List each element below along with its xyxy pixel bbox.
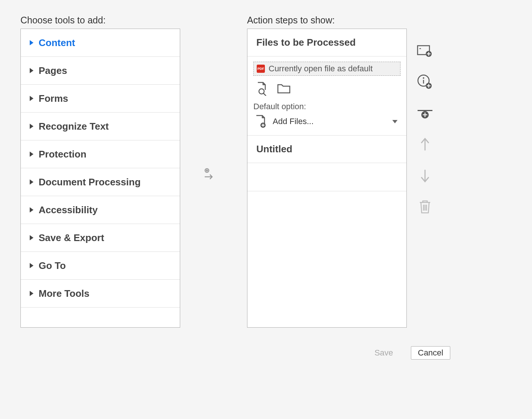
category-label: Go To <box>39 260 66 272</box>
chevron-right-icon <box>30 40 33 45</box>
chevron-right-icon <box>30 263 33 268</box>
chevron-right-icon <box>30 291 33 296</box>
current-file-label: Currently open file as default <box>269 64 373 74</box>
chevron-down-icon <box>392 120 398 123</box>
category-label: Forms <box>39 93 68 104</box>
category-pages[interactable]: Pages <box>21 57 180 85</box>
svg-point-13 <box>423 77 424 79</box>
category-label: Protection <box>39 149 87 160</box>
category-forms[interactable]: Forms <box>21 85 180 113</box>
category-label: Recognize Text <box>39 121 109 132</box>
delete-button[interactable] <box>417 199 433 215</box>
chevron-right-icon <box>30 235 33 240</box>
category-label: Save & Export <box>39 232 104 244</box>
files-processed-header: Files to be Processed <box>247 29 406 56</box>
add-file-icon <box>253 114 268 129</box>
add-to-steps-arrow-icon[interactable] <box>202 167 216 182</box>
svg-point-3 <box>259 89 264 94</box>
chevron-right-icon <box>30 207 33 212</box>
move-up-button[interactable] <box>417 136 433 153</box>
category-label: Accessibility <box>39 204 98 216</box>
steps-panel: Files to be Processed PDF Currently open… <box>247 29 407 328</box>
current-file-chip[interactable]: PDF Currently open file as default <box>253 62 400 76</box>
category-label: Pages <box>39 65 67 77</box>
choose-tools-heading: Choose tools to add: <box>20 15 180 26</box>
preview-file-icon[interactable] <box>254 81 270 97</box>
category-accessibility[interactable]: Accessibility <box>21 196 180 224</box>
folder-icon[interactable] <box>276 81 292 97</box>
add-divider-button[interactable] <box>417 105 433 121</box>
cancel-button[interactable]: Cancel <box>411 346 450 360</box>
chevron-right-icon <box>30 68 33 73</box>
save-button[interactable]: Save <box>364 346 403 360</box>
action-steps-heading: Action steps to show: <box>247 15 407 26</box>
add-instruction-button[interactable] <box>417 74 433 90</box>
chevron-right-icon <box>30 96 33 101</box>
svg-line-4 <box>263 93 266 96</box>
add-panel-button[interactable] <box>417 43 433 59</box>
default-option-value: Add Files... <box>273 117 314 126</box>
category-more-tools[interactable]: More Tools <box>21 280 180 308</box>
action-steps-area[interactable] <box>247 163 406 191</box>
chevron-right-icon <box>30 179 33 185</box>
action-name-header[interactable]: Untitled <box>247 136 406 163</box>
category-label: Document Processing <box>39 176 141 188</box>
category-recognize-text[interactable]: Recognize Text <box>21 113 180 140</box>
pdf-icon: PDF <box>257 65 265 73</box>
default-option-label: Default option: <box>253 102 400 111</box>
category-protection[interactable]: Protection <box>21 140 180 168</box>
default-option-dropdown[interactable]: Add Files... <box>253 114 400 129</box>
chevron-right-icon <box>30 152 33 157</box>
category-label: Content <box>39 37 75 49</box>
move-down-button[interactable] <box>417 168 433 184</box>
category-save-export[interactable]: Save & Export <box>21 224 180 252</box>
chevron-right-icon <box>30 124 33 129</box>
category-go-to[interactable]: Go To <box>21 252 180 280</box>
tools-panel: Content Pages Forms Recognize Text Prote… <box>20 29 180 328</box>
category-label: More Tools <box>39 288 90 299</box>
category-document-processing[interactable]: Document Processing <box>21 168 180 196</box>
category-content[interactable]: Content <box>21 29 180 57</box>
